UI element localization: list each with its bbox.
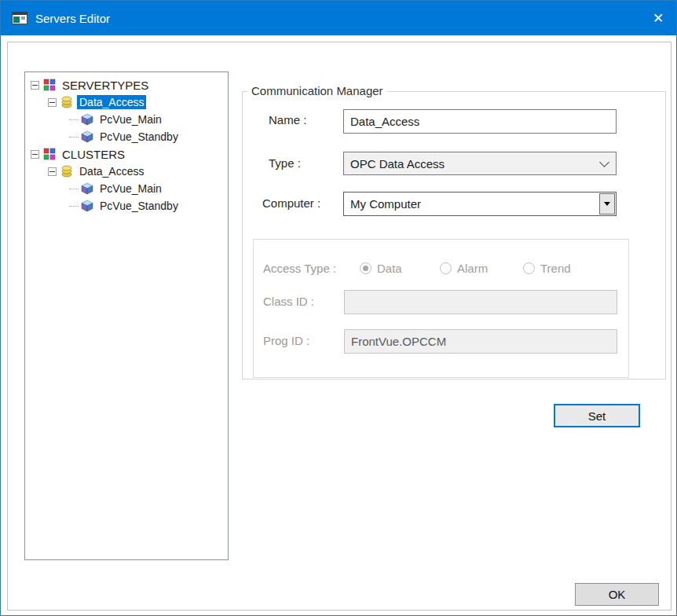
servertypes-icon — [43, 79, 56, 91]
radio-label: Trend — [540, 262, 571, 275]
server-icon — [81, 200, 93, 212]
name-label: Name : — [269, 113, 306, 126]
server-icon — [81, 113, 93, 126]
radio-data: Data — [360, 262, 402, 275]
close-button[interactable]: ✕ — [640, 1, 676, 35]
tree-item-servertypes[interactable]: SERVERTYPES — [25, 76, 228, 94]
tree-item-label: PcVue_Standby — [97, 199, 181, 213]
server-icon — [81, 182, 93, 195]
tree-item-label: Data_Access — [77, 95, 146, 109]
tree-item-label: PcVue_Standby — [97, 130, 181, 144]
servers-editor-window: Servers Editor ✕ SERVERTYPES Data_Access… — [0, 0, 677, 616]
tree-item-pcvue-standby-servertypes[interactable]: PcVue_Standby — [25, 128, 228, 145]
app-icon — [12, 12, 27, 24]
window-title: Servers Editor — [35, 12, 110, 25]
tree-connector — [69, 206, 79, 207]
tree-item-clusters[interactable]: CLUSTERS — [25, 145, 228, 163]
close-icon: ✕ — [653, 10, 664, 27]
radio-label: Alarm — [457, 262, 488, 275]
tree-connector — [69, 189, 79, 189]
class-id-input — [344, 290, 617, 314]
radio-alarm: Alarm — [440, 262, 488, 275]
ok-button[interactable]: OK — [575, 583, 659, 606]
tree-item-pcvue-standby-clusters[interactable]: PcVue_Standby — [25, 197, 228, 214]
name-input[interactable] — [343, 109, 617, 134]
tree-item-pcvue-main-servertypes[interactable]: PcVue_Main — [25, 111, 228, 128]
triangle-down-icon — [604, 202, 610, 206]
radio-trend: Trend — [523, 262, 571, 275]
access-settings-group: Access Type : Data Alarm Trend Class ID … — [253, 239, 629, 378]
tree-item-data-access-servertypes[interactable]: Data_Access — [25, 94, 228, 111]
database-icon — [60, 165, 73, 178]
type-selected-value: OPC Data Access — [350, 157, 445, 170]
set-button[interactable]: Set — [554, 404, 640, 427]
server-icon — [81, 130, 93, 143]
type-select[interactable]: OPC Data Access — [343, 152, 617, 175]
clusters-icon — [43, 148, 56, 160]
type-label: Type : — [269, 156, 301, 170]
tree-item-label: SERVERTYPES — [60, 78, 151, 93]
collapse-icon[interactable] — [31, 81, 39, 90]
radio-icon — [360, 262, 371, 274]
titlebar: Servers Editor ✕ — [1, 1, 676, 35]
collapse-icon[interactable] — [31, 150, 39, 159]
class-id-label: Class ID : — [263, 295, 314, 308]
prog-id-input — [344, 329, 617, 354]
collapse-icon[interactable] — [48, 98, 57, 107]
radio-icon — [440, 262, 452, 274]
tree-item-pcvue-main-clusters[interactable]: PcVue_Main — [25, 180, 228, 197]
computer-dropdown-button[interactable] — [599, 193, 615, 214]
computer-label: Computer : — [262, 196, 320, 210]
tree-item-label: Data_Access — [77, 164, 146, 178]
collapse-icon[interactable] — [48, 167, 57, 176]
tree-item-data-access-clusters[interactable]: Data_Access — [25, 163, 228, 180]
tree-item-label: PcVue_Main — [97, 112, 164, 126]
communication-manager-group: Communication Manager Name : Type : OPC … — [242, 91, 666, 380]
tree-connector — [69, 119, 79, 120]
tree-item-label: CLUSTERS — [60, 147, 127, 162]
radio-label: Data — [377, 262, 402, 275]
prog-id-label: Prog ID : — [263, 334, 309, 347]
computer-input[interactable] — [344, 192, 598, 215]
tree-connector — [69, 137, 79, 138]
radio-icon — [523, 262, 535, 274]
tree-item-label: PcVue_Main — [97, 182, 164, 196]
access-type-label: Access Type : — [263, 262, 336, 275]
chevron-down-icon — [599, 157, 609, 167]
server-tree: SERVERTYPES Data_Access PcVue_Main PcVue… — [24, 72, 229, 560]
group-title: Communication Manager — [247, 84, 387, 97]
computer-combobox — [343, 192, 617, 216]
database-icon — [60, 96, 73, 108]
